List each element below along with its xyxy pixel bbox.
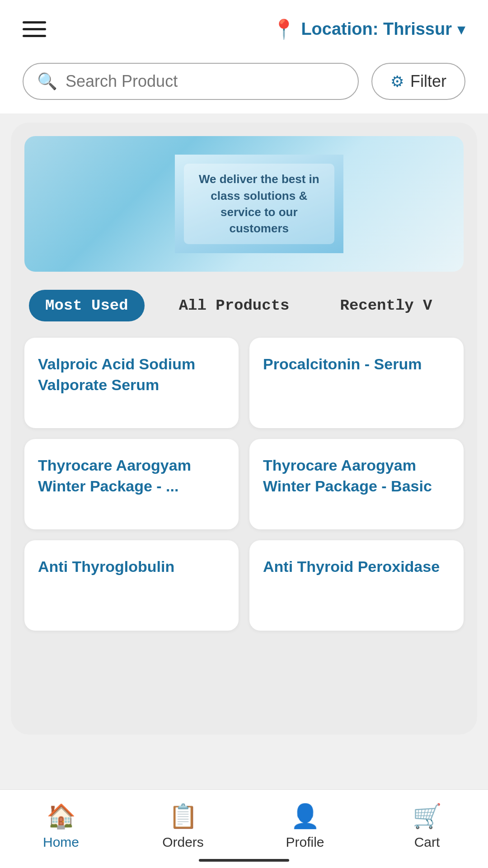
- product-name-3: Thyrocare Aarogyam Winter Package - ...: [38, 455, 225, 497]
- chevron-down-icon: ▾: [457, 20, 465, 39]
- product-card-5[interactable]: Anti Thyroglobulin: [24, 540, 239, 631]
- menu-button[interactable]: [23, 21, 46, 37]
- nav-home-label: Home: [43, 835, 79, 850]
- search-input[interactable]: [66, 72, 344, 91]
- tab-most-used[interactable]: Most Used: [29, 290, 145, 321]
- orders-icon: 📋: [169, 802, 198, 830]
- main-card: We deliver the best in class solutions &…: [11, 123, 477, 735]
- bottom-navigation: 🏠 Home 📋 Orders 👤 Profile 🛒 Cart: [0, 789, 488, 868]
- product-name-2: Procalcitonin - Serum: [263, 354, 422, 375]
- nav-orders[interactable]: 📋 Orders: [122, 802, 244, 850]
- product-name-6: Anti Thyroid Peroxidase: [263, 557, 440, 577]
- product-card-4[interactable]: Thyrocare Aarogyam Winter Package - Basi…: [249, 439, 464, 529]
- products-grid: Valproic Acid Sodium Valporate Serum Pro…: [24, 338, 464, 644]
- tab-all-products[interactable]: All Products: [163, 290, 306, 321]
- banner: We deliver the best in class solutions &…: [24, 136, 464, 272]
- product-name-5: Anti Thyroglobulin: [38, 557, 174, 577]
- cart-icon: 🛒: [413, 802, 442, 830]
- nav-cart-label: Cart: [414, 835, 440, 850]
- product-card-1[interactable]: Valproic Acid Sodium Valporate Serum: [24, 338, 239, 428]
- product-card-3[interactable]: Thyrocare Aarogyam Winter Package - ...: [24, 439, 239, 529]
- home-indicator: [199, 859, 289, 862]
- search-wrapper[interactable]: 🔍: [23, 63, 359, 100]
- tab-recently-viewed[interactable]: Recently V: [324, 290, 448, 321]
- location-label: Location: Thrissur: [301, 19, 452, 39]
- product-card-6[interactable]: Anti Thyroid Peroxidase: [249, 540, 464, 631]
- home-icon: 🏠: [47, 802, 76, 830]
- location-selector[interactable]: 📍 Location: Thrissur ▾: [272, 18, 465, 40]
- location-pin-icon: 📍: [272, 18, 296, 40]
- filter-button[interactable]: ⚙ Filter: [371, 63, 465, 100]
- nav-profile-label: Profile: [286, 835, 324, 850]
- nav-orders-label: Orders: [162, 835, 204, 850]
- filter-label: Filter: [410, 72, 446, 91]
- filter-icon: ⚙: [390, 72, 404, 90]
- product-card-2[interactable]: Procalcitonin - Serum: [249, 338, 464, 428]
- search-area: 🔍 ⚙ Filter: [0, 54, 488, 113]
- nav-home[interactable]: 🏠 Home: [0, 802, 122, 850]
- tabs: Most Used All Products Recently V: [24, 290, 464, 321]
- nav-cart[interactable]: 🛒 Cart: [366, 802, 488, 850]
- product-name-1: Valproic Acid Sodium Valporate Serum: [38, 354, 225, 396]
- search-icon: 🔍: [37, 72, 57, 91]
- header: 📍 Location: Thrissur ▾: [0, 0, 488, 54]
- profile-icon: 👤: [291, 802, 320, 830]
- nav-profile[interactable]: 👤 Profile: [244, 802, 366, 850]
- banner-text: We deliver the best in class solutions &…: [184, 164, 334, 244]
- product-name-4: Thyrocare Aarogyam Winter Package - Basi…: [263, 455, 450, 497]
